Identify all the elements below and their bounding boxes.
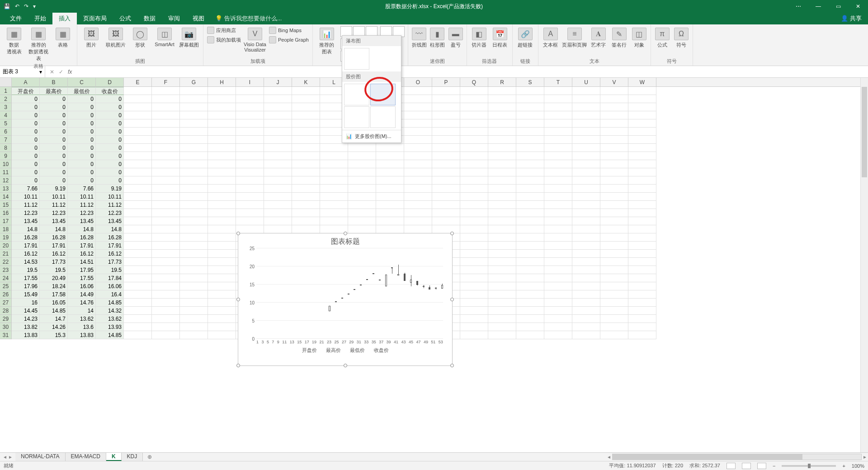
cell[interactable]	[544, 290, 572, 299]
cell[interactable]	[460, 119, 488, 128]
cell[interactable]	[572, 111, 600, 119]
cell[interactable]	[404, 111, 432, 119]
cell[interactable]	[292, 95, 320, 103]
symbol-button[interactable]: Ω符号	[673, 26, 690, 48]
cell[interactable]	[516, 103, 544, 111]
cell[interactable]	[292, 201, 320, 209]
cell[interactable]	[516, 193, 544, 201]
cell[interactable]: 19.5	[12, 266, 40, 274]
cell[interactable]	[516, 290, 544, 299]
cell[interactable]	[516, 323, 544, 331]
cell[interactable]	[152, 282, 180, 290]
pagelayout-view-icon[interactable]	[742, 463, 751, 469]
cell[interactable]	[348, 144, 376, 152]
cell[interactable]	[628, 136, 656, 144]
cell[interactable]	[600, 323, 628, 331]
cell[interactable]	[152, 209, 180, 217]
cell[interactable]	[180, 323, 208, 331]
cell[interactable]	[460, 209, 488, 217]
row-header[interactable]: 15	[0, 201, 12, 209]
cell[interactable]	[236, 225, 264, 233]
cell[interactable]	[628, 266, 656, 274]
row-header[interactable]: 21	[0, 250, 12, 258]
column-header-T[interactable]: T	[544, 78, 572, 86]
cell[interactable]: 14.8	[12, 225, 40, 233]
cell[interactable]: 10.11	[40, 193, 68, 201]
row-header[interactable]: 27	[0, 299, 12, 307]
cell[interactable]	[236, 136, 264, 144]
stock-vohlc-thumb[interactable]	[370, 106, 396, 128]
cell[interactable]	[544, 201, 572, 209]
cell[interactable]	[264, 128, 292, 136]
cell[interactable]	[208, 274, 236, 282]
cell[interactable]	[600, 111, 628, 119]
row-header[interactable]: 18	[0, 225, 12, 233]
cell[interactable]	[628, 193, 656, 201]
header-footer-button[interactable]: ≡页眉和页脚	[562, 26, 587, 48]
cell[interactable]	[600, 315, 628, 323]
cell[interactable]	[180, 144, 208, 152]
row-header[interactable]: 6	[0, 128, 12, 136]
cell[interactable]	[544, 299, 572, 307]
cell[interactable]	[460, 160, 488, 168]
cell[interactable]: 14.85	[96, 299, 124, 307]
cell[interactable]	[516, 119, 544, 128]
cell[interactable]	[572, 144, 600, 152]
cell[interactable]	[460, 87, 488, 95]
cell[interactable]	[516, 331, 544, 339]
shapes-button[interactable]: ◯形状	[129, 26, 151, 48]
equation-button[interactable]: π公式	[654, 26, 671, 48]
textbox-button[interactable]: A文本框	[541, 26, 560, 48]
row-header[interactable]: 16	[0, 209, 12, 217]
cell[interactable]	[208, 282, 236, 290]
row-header[interactable]: 24	[0, 274, 12, 282]
ribbon-options-icon[interactable]: ⋯	[788, 0, 808, 13]
cell[interactable]: 10.11	[68, 193, 96, 201]
cell[interactable]	[180, 315, 208, 323]
cell[interactable]	[628, 95, 656, 103]
cell[interactable]	[208, 144, 236, 152]
cell[interactable]	[460, 282, 488, 290]
chart-legend[interactable]: 开盘价 最高价 最低价 收盘价	[238, 344, 452, 354]
cell[interactable]	[432, 193, 460, 201]
cell[interactable]	[292, 160, 320, 168]
cell[interactable]	[236, 128, 264, 136]
cell[interactable]	[348, 225, 376, 233]
cell[interactable]	[404, 119, 432, 128]
cell[interactable]: 7.66	[68, 185, 96, 193]
cell[interactable]	[320, 209, 348, 217]
cell[interactable]	[460, 250, 488, 258]
column-header-I[interactable]: I	[236, 78, 264, 86]
cell[interactable]	[404, 128, 432, 136]
cell[interactable]: 17.73	[40, 258, 68, 266]
column-header-S[interactable]: S	[516, 78, 544, 86]
cell[interactable]	[628, 209, 656, 217]
cell[interactable]	[320, 193, 348, 201]
cell[interactable]: 16.12	[96, 250, 124, 258]
cell[interactable]	[628, 144, 656, 152]
cell[interactable]	[152, 315, 180, 323]
cell[interactable]	[208, 185, 236, 193]
cell[interactable]	[180, 128, 208, 136]
cell[interactable]	[292, 136, 320, 144]
cell[interactable]	[600, 225, 628, 233]
cell[interactable]	[236, 119, 264, 128]
cell[interactable]: 0	[96, 95, 124, 103]
cell[interactable]	[460, 103, 488, 111]
column-header-O[interactable]: O	[404, 78, 432, 86]
column-header-P[interactable]: P	[432, 78, 460, 86]
cell[interactable]	[404, 152, 432, 160]
cell[interactable]: 12.23	[40, 209, 68, 217]
cell[interactable]	[544, 266, 572, 274]
cell[interactable]	[544, 95, 572, 103]
cell[interactable]	[628, 250, 656, 258]
cell[interactable]	[488, 160, 516, 168]
cell[interactable]	[124, 290, 152, 299]
cell[interactable]: 0	[40, 119, 68, 128]
cell[interactable]: 0	[96, 136, 124, 144]
cell[interactable]	[432, 95, 460, 103]
cell[interactable]	[208, 119, 236, 128]
cell[interactable]	[488, 274, 516, 282]
row-header[interactable]: 14	[0, 193, 12, 201]
bing-maps-button[interactable]: Bing Maps	[268, 26, 310, 35]
